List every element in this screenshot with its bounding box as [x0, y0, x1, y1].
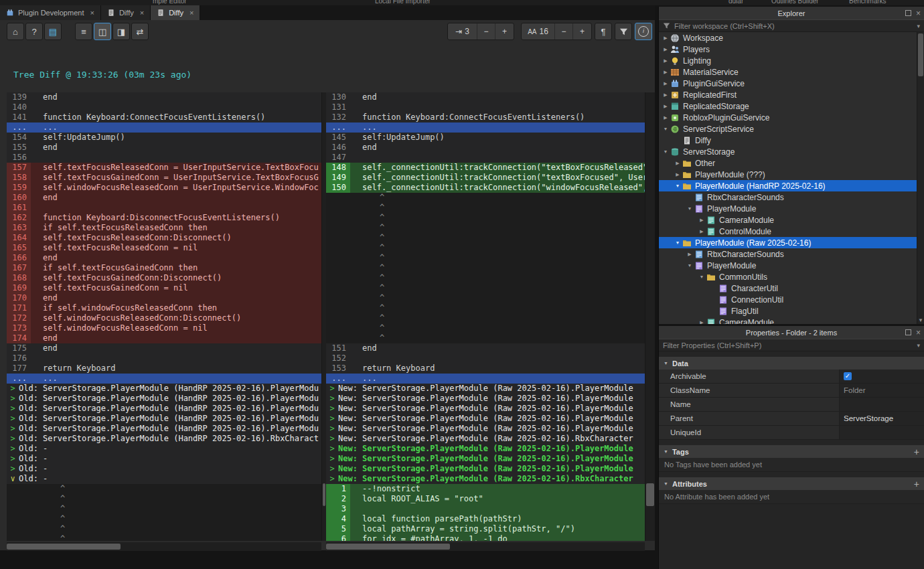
expand-arrow-down-icon[interactable]: ▼: [686, 263, 694, 268]
old-entry-row[interactable]: >Old: ServerStorage.PlayerModule (HandRP…: [7, 404, 321, 414]
old-entry-row[interactable]: >Old: ServerStorage.PlayerModule (HandRP…: [7, 384, 321, 394]
section-header-attributes[interactable]: ▼Attributes+: [659, 477, 924, 490]
expand-arrow-down-icon[interactable]: ▼: [698, 274, 706, 279]
scroll-thumb[interactable]: [326, 544, 450, 550]
new-entry-row[interactable]: >New: ServerStorage.PlayerModule (Raw 20…: [326, 414, 645, 424]
new-pane-vscrollbar[interactable]: [645, 92, 655, 541]
tree-item-cameramodule[interactable]: ▶CameraModule: [659, 214, 924, 226]
section-collapse-icon[interactable]: ▼: [664, 481, 668, 486]
expand-arrow-right-icon[interactable]: ▶: [698, 218, 706, 223]
add-icon[interactable]: +: [914, 479, 919, 489]
help-button[interactable]: ?: [25, 23, 43, 40]
tab-close-icon[interactable]: ×: [189, 9, 194, 17]
explorer-vscrollbar[interactable]: ▼: [917, 32, 924, 324]
tab-plugin-development[interactable]: Plugin Development×: [0, 5, 101, 20]
tree-item-commonutils[interactable]: ▼CommonUtils: [659, 271, 924, 282]
expand-arrow-down-icon[interactable]: ▼: [674, 183, 682, 188]
dock-icon[interactable]: [905, 10, 911, 16]
scroll-thumb[interactable]: [646, 483, 654, 506]
tree-item-other[interactable]: ▶Other: [659, 157, 924, 169]
tree-item-lighting[interactable]: ▶Lighting: [659, 55, 924, 66]
tree-item-robloxpluginguiservice[interactable]: ▶RobloxPluginGuiService: [659, 112, 924, 123]
new-entry-row[interactable]: >New: ServerStorage.PlayerModule (Raw 20…: [326, 444, 645, 454]
align-center-button[interactable]: ≡: [75, 23, 92, 40]
tree-item-rbxcharactersounds[interactable]: ▶RbxCharacterSounds: [659, 248, 924, 260]
tree-item-serverscriptservice[interactable]: ▼ServerScriptService: [659, 123, 924, 135]
new-entry-row[interactable]: >New: ServerStorage.PlayerModule (Raw 20…: [326, 404, 645, 414]
diff-collapsed-region[interactable]: ......: [326, 123, 645, 133]
section-header-data[interactable]: ▼Data: [659, 357, 924, 370]
section-collapse-icon[interactable]: ▼: [664, 449, 668, 454]
section-header-tags[interactable]: ▼Tags+: [659, 445, 924, 458]
property-value[interactable]: ServerStorage: [840, 412, 924, 425]
tree-item-playermodule-handrp-2025-02-16-[interactable]: ▼PlayerModule (HandRP 2025-02-16): [659, 180, 924, 191]
expand-arrow-right-icon[interactable]: ▶: [698, 320, 706, 325]
old-entry-row[interactable]: >Old: ServerStorage.PlayerModule (HandRP…: [7, 414, 321, 424]
tab-close-icon[interactable]: ×: [140, 9, 144, 17]
old-pane-hscrollbar[interactable]: [7, 542, 321, 551]
diff-collapsed-region[interactable]: ......: [7, 123, 321, 133]
expand-arrow-down-icon[interactable]: ▼: [662, 127, 670, 131]
old-entry-row[interactable]: >Old: ServerStorage.PlayerModule (HandRP…: [7, 424, 321, 434]
old-entry-row[interactable]: >Old: -: [7, 454, 321, 464]
font-minus-button[interactable]: −: [555, 23, 573, 39]
tab-close-icon[interactable]: ×: [90, 9, 94, 17]
expand-arrow-right-icon[interactable]: ▶: [674, 172, 682, 177]
tree-item-cameramodule[interactable]: ▶CameraModule: [659, 317, 924, 324]
swap-sides-button[interactable]: ⇄: [131, 23, 149, 40]
scroll-down-arrow-icon[interactable]: ▼: [917, 317, 924, 323]
expand-arrow-down-icon[interactable]: ▼: [662, 149, 670, 154]
tree-item-pluginguiservice[interactable]: ▶PluginGuiService: [659, 78, 924, 89]
expand-arrow-down-icon[interactable]: ▼: [686, 206, 694, 211]
chevron-down-icon[interactable]: ▾: [917, 342, 920, 349]
filter-button[interactable]: [615, 23, 632, 40]
tree-item-workspace[interactable]: ▶Workspace: [659, 32, 924, 44]
explorer-filter-input[interactable]: Filter workspace (Ctrl+Shift+X) ▾: [659, 19, 924, 32]
old-entry-row[interactable]: >Old: -: [7, 464, 321, 474]
properties-filter-input[interactable]: Filter Properties (Ctrl+Shift+P) ▾: [659, 339, 924, 351]
tree-item-replicatedfirst[interactable]: ▶ReplicatedFirst: [659, 89, 924, 100]
property-value[interactable]: [840, 398, 924, 411]
expand-arrow-right-icon[interactable]: ▶: [662, 115, 670, 120]
new-entry-row[interactable]: >New: ServerStorage.PlayerModule (Raw 20…: [326, 424, 645, 434]
new-pane-hscrollbar[interactable]: [326, 542, 645, 551]
expand-arrow-right-icon[interactable]: ▶: [662, 81, 670, 86]
old-entry-row[interactable]: >Old: ServerStorage.PlayerModule (HandRP…: [7, 394, 321, 404]
expand-arrow-right-icon[interactable]: ▶: [686, 252, 694, 257]
expand-arrow-right-icon[interactable]: ▶: [674, 161, 682, 166]
tab-diffy[interactable]: Diffy×: [151, 5, 200, 20]
tree-item-flagutil[interactable]: FlagUtil: [659, 305, 924, 317]
expand-arrow-right-icon[interactable]: ▶: [662, 47, 670, 52]
tree-item-connectionutil[interactable]: ConnectionUtil: [659, 294, 924, 305]
tree-item-playermodule[interactable]: ▼PlayerModule: [659, 203, 924, 214]
old-entry-row[interactable]: ∨Old: -: [7, 474, 321, 484]
dock-icon[interactable]: [905, 329, 911, 335]
whitespace-button[interactable]: ¶: [595, 23, 612, 40]
home-button[interactable]: ⌂: [7, 23, 24, 40]
tree-item-playermodule-[interactable]: ▶PlayerModule (???): [659, 169, 924, 180]
expand-arrow-right-icon[interactable]: ▶: [662, 70, 670, 75]
tree-item-controlmodule[interactable]: ▶ControlModule: [659, 226, 924, 237]
tree-item-replicatedstorage[interactable]: ▶ReplicatedStorage: [659, 100, 924, 112]
new-entry-row[interactable]: >New: ServerStorage.PlayerModule (Raw 20…: [326, 474, 645, 484]
expand-arrow-right-icon[interactable]: ▶: [662, 92, 670, 98]
new-entry-row[interactable]: >New: ServerStorage.PlayerModule (Raw 20…: [326, 394, 645, 404]
tree-item-rbxcharactersounds[interactable]: RbxCharacterSounds: [659, 191, 924, 203]
new-entry-row[interactable]: >New: ServerStorage.PlayerModule (Raw 20…: [326, 434, 645, 444]
scroll-thumb[interactable]: [323, 483, 325, 506]
tree-item-serverstorage[interactable]: ▼ServerStorage: [659, 146, 924, 157]
split-view-alt-button[interactable]: ◨: [112, 23, 130, 40]
section-collapse-icon[interactable]: ▼: [664, 361, 668, 365]
property-value[interactable]: ✓: [840, 370, 924, 383]
old-entry-row[interactable]: >Old: -: [7, 444, 321, 454]
new-entry-row[interactable]: >New: ServerStorage.PlayerModule (Raw 20…: [326, 464, 645, 474]
jump-minus-button[interactable]: −: [477, 23, 495, 39]
scroll-thumb[interactable]: [918, 33, 923, 76]
old-entry-row[interactable]: >Old: ServerStorage.PlayerModule (HandRP…: [7, 434, 321, 444]
tree-item-playermodule[interactable]: ▼PlayerModule: [659, 260, 924, 271]
expand-arrow-right-icon[interactable]: ▶: [698, 229, 706, 234]
tab-diffy[interactable]: Diffy×: [101, 5, 151, 20]
log-button[interactable]: ▤: [44, 23, 62, 40]
old-pane-vscrollbar[interactable]: [321, 92, 326, 541]
add-icon[interactable]: +: [914, 447, 919, 457]
